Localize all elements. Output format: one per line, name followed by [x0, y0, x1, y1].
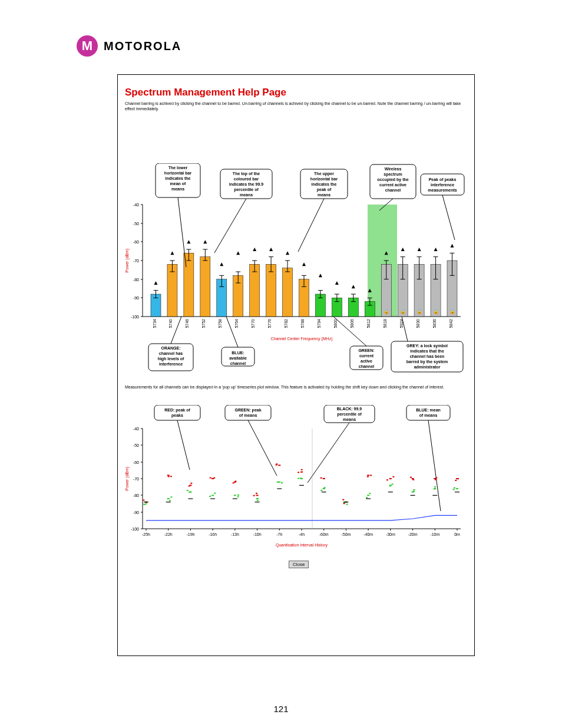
channel-bar[interactable] — [266, 264, 276, 317]
svg-rect-167 — [214, 493, 216, 494]
svg-rect-134 — [297, 472, 299, 473]
svg-rect-145 — [392, 476, 394, 477]
svg-marker-39 — [352, 285, 355, 288]
svg-text:5758: 5758 — [218, 319, 222, 328]
svg-rect-125 — [234, 480, 236, 482]
svg-rect-142 — [367, 476, 369, 477]
svg-rect-84 — [225, 405, 271, 420]
svg-line-90 — [177, 420, 190, 470]
svg-rect-137 — [320, 477, 322, 479]
svg-rect-128 — [256, 493, 257, 494]
svg-line-81 — [402, 317, 408, 341]
svg-rect-155 — [457, 478, 459, 479]
svg-rect-188 — [369, 493, 371, 494]
svg-line-66 — [214, 199, 246, 253]
channel-bar[interactable] — [200, 257, 210, 317]
channel-bar[interactable] — [283, 268, 293, 317]
motorola-logo-icon: M — [77, 35, 98, 57]
svg-rect-149 — [410, 477, 412, 478]
svg-rect-131 — [276, 463, 277, 465]
svg-line-91 — [248, 420, 277, 476]
svg-text:-60m: -60m — [319, 532, 329, 536]
svg-text:5806: 5806 — [350, 319, 354, 328]
svg-rect-141 — [367, 475, 369, 476]
svg-text:5734: 5734 — [153, 319, 157, 328]
timeseries-chart: RED: peak ofpeaks GREEN: peakof means BL… — [125, 405, 467, 552]
svg-marker-44 — [434, 248, 438, 251]
svg-rect-154 — [455, 480, 457, 481]
svg-rect-133 — [301, 469, 303, 470]
svg-rect-187 — [366, 497, 368, 498]
svg-text:5818: 5818 — [383, 319, 387, 328]
chart2-ylabel: Power (dBm) — [125, 467, 130, 491]
svg-text:-13h: -13h — [231, 532, 239, 536]
svg-text:-90: -90 — [133, 510, 139, 515]
svg-text:5782: 5782 — [284, 319, 288, 328]
description-2: Measurements for all channels can be dis… — [125, 385, 467, 390]
svg-rect-132 — [300, 472, 303, 473]
svg-rect-176 — [277, 482, 279, 483]
svg-rect-200 — [454, 487, 455, 489]
svg-text:-20m: -20m — [408, 532, 418, 536]
spectrum-bar-chart: The lowerhorizontal barindicates themean… — [125, 163, 467, 375]
svg-rect-143 — [370, 475, 372, 476]
svg-text:5800: 5800 — [333, 319, 338, 328]
page-number: 121 — [0, 704, 562, 714]
svg-text:5830: 5830 — [416, 319, 420, 328]
svg-rect-164 — [189, 492, 190, 493]
svg-rect-163 — [187, 490, 189, 491]
lock-icon: 🔒 — [416, 308, 422, 314]
svg-rect-127 — [253, 495, 255, 496]
svg-marker-30 — [203, 240, 207, 243]
svg-rect-139 — [343, 503, 345, 504]
svg-marker-27 — [154, 281, 158, 285]
svg-text:BLUE:availablechannel: BLUE:availablechannel — [229, 351, 247, 365]
svg-text:-10m: -10m — [430, 532, 439, 536]
svg-text:-80: -80 — [133, 278, 139, 282]
svg-rect-184 — [346, 504, 348, 505]
svg-line-93 — [428, 420, 441, 511]
svg-rect-88 — [406, 405, 450, 420]
svg-text:-100: -100 — [131, 527, 139, 531]
svg-text:-19h: -19h — [186, 532, 194, 536]
svg-rect-161 — [169, 500, 171, 501]
svg-text:-50: -50 — [133, 222, 139, 226]
svg-text:Peak of peaksinterferencemeasu: Peak of peaksinterferencemeasurements — [428, 177, 457, 192]
svg-rect-129 — [278, 465, 280, 466]
svg-text:-90: -90 — [133, 296, 139, 300]
close-button[interactable]: Close — [289, 561, 309, 568]
svg-rect-174 — [278, 482, 280, 483]
svg-rect-148 — [412, 479, 414, 480]
svg-marker-42 — [401, 248, 405, 251]
svg-text:-40: -40 — [133, 203, 139, 207]
description-1: Channel barring is achived by clicking t… — [125, 101, 467, 112]
svg-rect-119 — [190, 483, 192, 484]
callout-lower-bar-1: The lower — [168, 166, 188, 170]
svg-rect-147 — [412, 478, 414, 479]
channel-bar[interactable] — [250, 264, 260, 317]
svg-text:5842: 5842 — [449, 319, 453, 328]
svg-marker-38 — [335, 281, 339, 285]
svg-rect-121 — [213, 477, 215, 479]
svg-text:-40m: -40m — [363, 532, 373, 536]
channel-bar[interactable] — [167, 264, 177, 317]
svg-rect-116 — [170, 476, 172, 477]
svg-rect-178 — [297, 478, 299, 479]
svg-rect-190 — [389, 485, 391, 486]
svg-rect-159 — [167, 498, 170, 499]
svg-rect-158 — [145, 503, 147, 505]
logo-row: M MOTOROLA — [77, 35, 181, 57]
svg-rect-172 — [257, 498, 259, 499]
svg-rect-197 — [434, 488, 435, 489]
lock-icon: 🔒 — [433, 308, 439, 314]
svg-rect-136 — [323, 478, 325, 479]
svg-text:-100: -100 — [131, 315, 139, 319]
svg-rect-175 — [281, 482, 283, 483]
svg-marker-28 — [170, 251, 174, 255]
channel-bar[interactable] — [184, 253, 194, 317]
lock-icon: 🔒 — [449, 308, 455, 314]
svg-text:5794: 5794 — [317, 319, 321, 328]
chart1-ylabel: Power (dBm) — [125, 249, 130, 273]
svg-text:5776: 5776 — [267, 319, 272, 328]
svg-rect-166 — [209, 496, 211, 497]
